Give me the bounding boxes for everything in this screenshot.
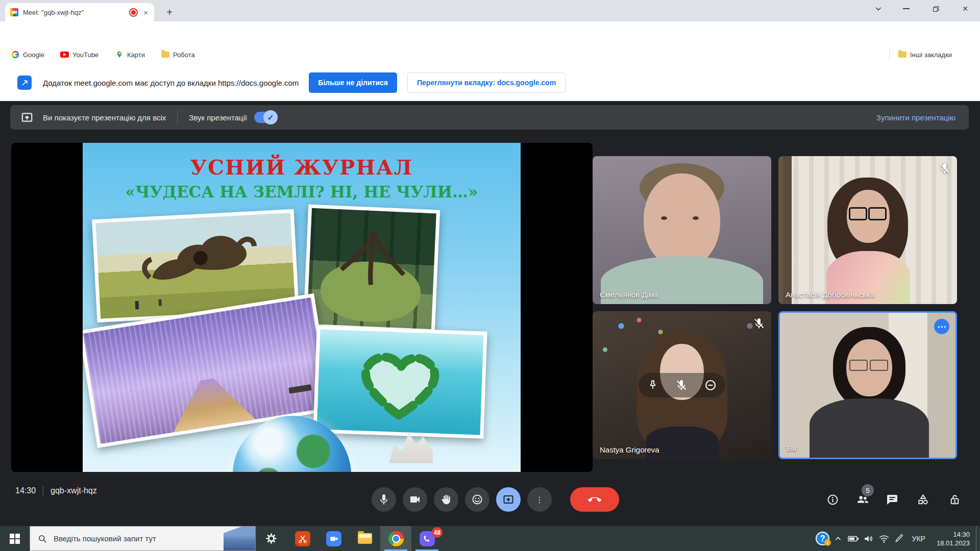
viber-unread-badge: 48	[432, 527, 443, 538]
taskbar-search[interactable]: Введіть пошуковий запит тут	[30, 526, 256, 551]
mic-off-icon	[753, 317, 765, 330]
bookmark-youtube[interactable]: YouTube	[56, 45, 103, 64]
taskbar-clock[interactable]: 14:30 18.01.2023	[930, 530, 976, 547]
show-desktop-button[interactable]	[976, 526, 980, 551]
clock-time: 14:30	[937, 530, 970, 539]
gear-icon	[265, 532, 278, 545]
file-explorer-icon	[358, 533, 372, 544]
camera-button[interactable]	[403, 487, 427, 512]
tile-hover-actions	[639, 373, 725, 397]
bookmark-maps[interactable]: Карти	[111, 45, 149, 64]
language-indicator[interactable]: УКР	[907, 535, 930, 543]
bookmark-google[interactable]: Google	[7, 45, 48, 64]
window-close-button[interactable]: ×	[953, 0, 977, 17]
present-button[interactable]	[496, 487, 521, 512]
raise-hand-button[interactable]	[434, 487, 458, 512]
tab-title: Meet: "gqb-xwjt-hqz"	[23, 9, 125, 16]
clock-date: 18.01.2023	[937, 539, 970, 547]
host-controls-button[interactable]	[942, 487, 967, 512]
participant-tile[interactable]: Анастасія Добровіньська	[778, 156, 957, 304]
taskbar-settings[interactable]	[256, 526, 287, 551]
meeting-time: 14:30	[15, 486, 36, 495]
meeting-details-button[interactable]	[820, 487, 845, 512]
end-call-button[interactable]	[570, 487, 619, 512]
participant-tile[interactable]: Ємельянов Діма	[593, 156, 771, 304]
activities-button[interactable]	[911, 487, 935, 512]
folder-icon	[161, 52, 169, 58]
participant-tile-you[interactable]: ⋯ Ви	[778, 311, 957, 459]
zoom-icon	[326, 531, 341, 546]
other-bookmarks-button[interactable]: Інші закладки	[894, 45, 956, 64]
bookmarks-divider	[889, 49, 890, 60]
youtube-icon	[60, 52, 69, 58]
meet-page: Ви показуєте презентацію для всіх Звук п…	[0, 101, 980, 526]
tab-sharing-infobar: Додаток meet.google.com має доступ до вк…	[0, 64, 980, 102]
presentation-slide: УСНИЙ ЖУРНАЛ «ЧУДЕСА НА ЗЕМЛІ? НІ, НЕ ЧУ…	[83, 143, 521, 472]
presentation-audio-toggle[interactable]: ✓	[254, 112, 277, 123]
participants-button[interactable]: 5	[850, 487, 875, 512]
presenting-banner: Ви показуєте презентацію для всіх Звук п…	[10, 105, 969, 130]
search-highlight-image[interactable]	[224, 527, 255, 550]
bookmark-work[interactable]: Робота	[157, 45, 199, 64]
presentation-stage[interactable]: УСНИЙ ЖУРНАЛ «ЧУДЕСА НА ЗЕМЛІ? НІ, НЕ ЧУ…	[11, 143, 593, 472]
search-placeholder: Введіть пошуковий запит тут	[54, 534, 156, 543]
meet-favicon-icon	[10, 8, 18, 16]
system-tray: ?i УКР 14:30 18.01.2023	[815, 526, 980, 551]
taskbar-chrome[interactable]	[380, 526, 411, 551]
window-menu-chevron-icon[interactable]	[867, 0, 890, 17]
mic-off-icon	[939, 162, 951, 174]
participants-count-badge: 5	[862, 484, 874, 496]
slide-photo-mossy-rock	[303, 204, 440, 333]
stop-presenting-button[interactable]: Зупинити презентацію	[873, 113, 959, 122]
help-tray-icon[interactable]: ?i	[815, 526, 830, 551]
taskbar-zoom[interactable]	[318, 526, 349, 551]
tile-more-options-button[interactable]: ⋯	[934, 319, 949, 334]
taskbar-photo-editor[interactable]	[287, 526, 318, 551]
hidden-icons-chevron[interactable]	[830, 526, 846, 551]
window-minimize-button[interactable]	[894, 0, 918, 17]
slide-photo-heart-island	[313, 325, 487, 439]
bookmarks-bar: Google YouTube Карти Робота Інші закладк…	[0, 45, 980, 65]
pin-participant-icon[interactable]	[647, 379, 659, 391]
chat-button[interactable]	[880, 487, 904, 512]
remove-participant-icon[interactable]	[704, 379, 717, 392]
participant-tile[interactable]: Nastya Grigoreva	[593, 311, 771, 459]
pen-icon[interactable]	[892, 526, 907, 551]
volume-icon[interactable]	[861, 526, 876, 551]
recording-indicator-icon	[129, 8, 138, 17]
wifi-icon[interactable]	[876, 526, 892, 551]
windows-logo-icon	[10, 534, 20, 544]
taskbar-viber[interactable]: 48	[411, 526, 443, 551]
slide-subtitle: «ЧУДЕСА НА ЗЕМЛІ? НІ, НЕ ЧУЛИ…»	[83, 183, 521, 201]
stop-sharing-button[interactable]: Більше не ділитися	[309, 72, 397, 93]
participant-name: Nastya Grigoreva	[600, 445, 659, 454]
search-icon	[37, 534, 47, 544]
meeting-code: gqb-xwjt-hqz	[51, 486, 97, 495]
window-restore-button[interactable]	[924, 0, 947, 17]
participant-name: Ємельянов Діма	[600, 290, 658, 299]
google-g-icon	[11, 51, 19, 59]
browser-tab[interactable]: Meet: "gqb-xwjt-hqz" ×	[5, 3, 154, 21]
mic-button[interactable]	[372, 487, 396, 512]
start-button[interactable]	[0, 526, 30, 551]
tab-close-icon[interactable]: ×	[142, 8, 149, 17]
slide-title: УСНИЙ ЖУРНАЛ	[83, 155, 521, 179]
new-tab-button[interactable]: +	[162, 5, 177, 19]
tab-share-icon	[17, 76, 32, 90]
infobar-message: Додаток meet.google.com має доступ до вк…	[43, 79, 299, 87]
tunnel-path	[166, 373, 255, 432]
bookmark-label: Google	[23, 51, 44, 59]
mute-participant-icon[interactable]	[675, 379, 688, 391]
call-info: 14:30 gqb-xwjt-hqz	[15, 479, 97, 503]
scissors-app-icon	[295, 531, 310, 546]
view-shared-tab-button[interactable]: Переглянути вкладку: docs.google.com	[407, 72, 566, 93]
toggle-check-icon: ✓	[263, 110, 278, 124]
bookmark-label: Карти	[127, 51, 145, 59]
battery-icon[interactable]	[846, 526, 861, 551]
chrome-icon	[388, 531, 404, 546]
taskbar-file-explorer[interactable]	[349, 526, 380, 551]
participant-name: Ви	[787, 444, 796, 453]
more-options-button[interactable]: ⋮	[527, 487, 552, 512]
reactions-button[interactable]	[465, 487, 489, 512]
screen: Meet: "gqb-xwjt-hqz" × + × ← → meet.goog…	[0, 0, 980, 551]
